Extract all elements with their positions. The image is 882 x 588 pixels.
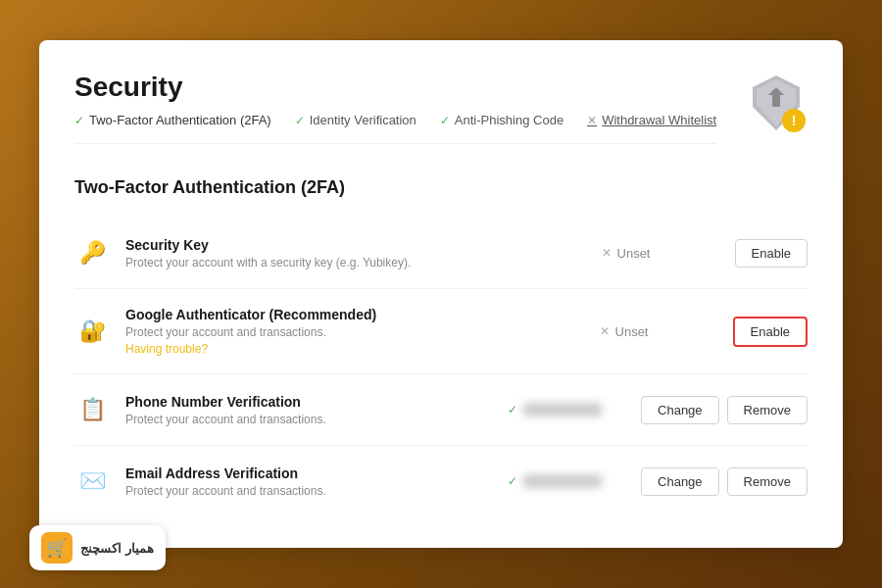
phone-remove-button[interactable]: Remove (727, 396, 808, 424)
email-actions: Change Remove (641, 467, 808, 496)
nav-tabs: ✓ Two-Factor Authentication (2FA) ✓ Iden… (74, 113, 716, 144)
tab-antiphishing-check: ✓ (440, 114, 450, 127)
google-auth-status-icon: ✕ (600, 324, 610, 338)
watermark: 🛒 همیار اکسچنج (29, 525, 166, 570)
phone-name: Phone Number Verification (125, 394, 492, 410)
google-auth-actions: Enable (733, 317, 808, 347)
phone-status-icon: ✓ (508, 403, 517, 416)
phone-info: Phone Number Verification Protect your a… (125, 394, 492, 426)
shield-icon: ! (745, 72, 808, 134)
tab-antiphishing-label: Anti-Phishing Code (455, 113, 564, 127)
trouble-link[interactable]: Having trouble? (125, 342, 584, 356)
tab-identity[interactable]: ✓ Identity Verification (295, 113, 416, 127)
security-key-actions: Enable (735, 239, 808, 268)
google-auth-row: 🔐 Google Authenticator (Recommended) Pro… (74, 289, 808, 374)
google-auth-desc: Protect your account and transactions. (125, 325, 584, 339)
email-info: Email Address Verification Protect your … (125, 466, 492, 498)
tab-2fa-label: Two-Factor Authentication (2FA) (89, 113, 271, 127)
google-auth-status: ✕ Unset (600, 324, 717, 339)
email-remove-button[interactable]: Remove (727, 467, 808, 496)
security-key-enable-button[interactable]: Enable (735, 239, 808, 268)
email-change-button[interactable]: Change (641, 467, 719, 496)
email-name: Email Address Verification (125, 466, 492, 481)
security-key-status-icon: ✕ (602, 246, 612, 260)
security-key-info: Security Key Protect your account with a… (125, 237, 586, 270)
google-auth-enable-button[interactable]: Enable (733, 317, 808, 347)
watermark-text: همیار اکسچنج (80, 541, 154, 556)
email-status-icon: ✓ (508, 474, 517, 488)
phone-row: 📋 Phone Number Verification Protect your… (74, 374, 808, 446)
email-blurred-value (523, 474, 602, 488)
email-row: ✉️ Email Address Verification Protect yo… (74, 446, 808, 516)
phone-status: ✓ (508, 403, 625, 416)
security-key-status-text: Unset (617, 246, 651, 261)
watermark-icon: 🛒 (41, 532, 73, 564)
email-icon: ✉️ (74, 464, 110, 499)
svg-text:!: ! (792, 113, 797, 128)
phone-blurred-value (523, 403, 602, 416)
email-desc: Protect your account and transactions. (125, 484, 492, 498)
google-auth-icon: 🔐 (74, 314, 110, 349)
google-auth-info: Google Authenticator (Recommended) Prote… (125, 307, 584, 356)
security-key-status: ✕ Unset (602, 246, 719, 261)
tab-identity-label: Identity Verification (310, 113, 416, 127)
security-key-name: Security Key (125, 237, 586, 253)
security-card: Security ✓ Two-Factor Authentication (2F… (39, 40, 843, 548)
phone-change-button[interactable]: Change (641, 396, 719, 424)
shield-container: ! (745, 72, 808, 138)
phone-desc: Protect your account and transactions. (125, 413, 492, 426)
header-left: Security ✓ Two-Factor Authentication (2F… (74, 72, 716, 172)
phone-icon: 📋 (74, 392, 110, 427)
card-header: Security ✓ Two-Factor Authentication (2F… (74, 72, 808, 172)
tab-withdrawal[interactable]: ✕ Withdrawal Whitelist (587, 113, 716, 127)
section-title: Two-Factor Authentication (2FA) (74, 177, 808, 198)
tab-antiphishing[interactable]: ✓ Anti-Phishing Code (440, 113, 564, 127)
google-auth-name: Google Authenticator (Recommended) (125, 307, 584, 322)
tab-2fa[interactable]: ✓ Two-Factor Authentication (2FA) (74, 113, 271, 127)
google-auth-status-text: Unset (615, 324, 649, 339)
security-key-icon: 🔑 (74, 235, 110, 270)
security-key-row: 🔑 Security Key Protect your account with… (74, 218, 808, 289)
tab-withdrawal-x: ✕ (587, 114, 597, 127)
tab-withdrawal-label: Withdrawal Whitelist (602, 113, 716, 127)
tab-identity-check: ✓ (295, 114, 305, 127)
email-status: ✓ (508, 474, 625, 488)
security-key-desc: Protect your account with a security key… (125, 256, 586, 270)
tab-2fa-check: ✓ (74, 114, 84, 127)
page-title: Security (74, 72, 716, 103)
phone-actions: Change Remove (641, 396, 808, 424)
